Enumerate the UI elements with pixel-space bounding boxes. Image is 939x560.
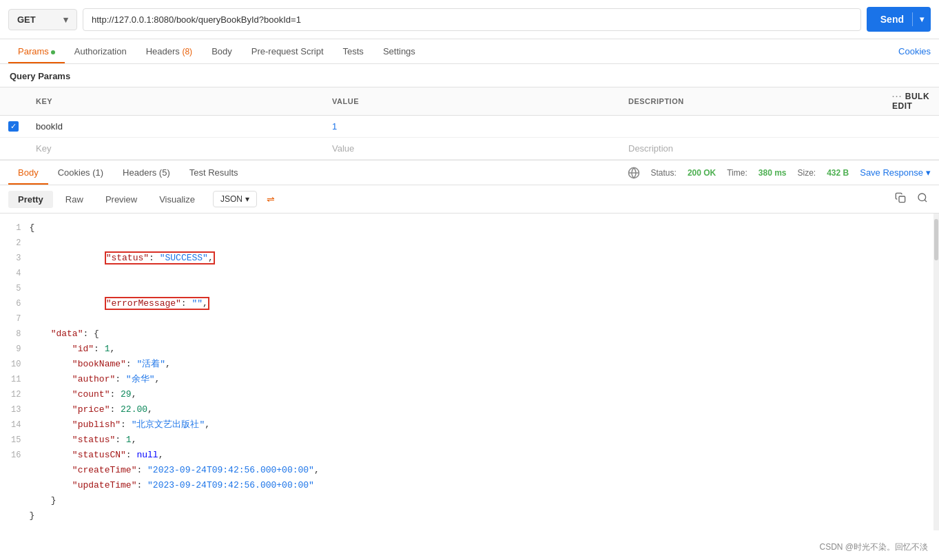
size-value: 432 B bbox=[827, 168, 849, 178]
query-params-section: Query Params KEY VALUE DESCRIPTION ··· B… bbox=[0, 64, 939, 160]
vertical-scrollbar[interactable] bbox=[933, 214, 939, 530]
format-select[interactable]: JSON ▾ bbox=[213, 191, 257, 207]
query-params-title: Query Params bbox=[0, 64, 939, 87]
code-line-4: "data": { bbox=[29, 326, 925, 342]
url-input[interactable] bbox=[83, 8, 861, 31]
code-viewer-container: 1 2 3 4 5 6 7 8 9 10 11 12 13 14 15 16 { bbox=[0, 214, 939, 530]
code-line-2: "status": "SUCCESS", bbox=[29, 236, 925, 281]
tab-params[interactable]: Params bbox=[8, 39, 65, 63]
col-header-checkbox bbox=[0, 87, 28, 116]
response-tab-body[interactable]: Body bbox=[8, 160, 48, 185]
table-row-empty: Key Value Description bbox=[0, 138, 939, 160]
wrap-icon[interactable]: ⇌ bbox=[264, 191, 278, 207]
param-desc-placeholder[interactable]: Description bbox=[628, 143, 673, 154]
code-line-12: "statusCN": null, bbox=[29, 448, 925, 463]
search-icon[interactable] bbox=[914, 189, 931, 209]
params-table: KEY VALUE DESCRIPTION ··· Bulk Edit ✓ bo… bbox=[0, 87, 939, 160]
send-button[interactable]: Send ▾ bbox=[867, 7, 931, 32]
tab-settings[interactable]: Settings bbox=[373, 39, 425, 63]
svg-point-3 bbox=[918, 194, 926, 201]
code-line-8: "count": 29, bbox=[29, 387, 925, 402]
size-label: Size: bbox=[798, 168, 816, 178]
url-bar: GET ▾ Send ▾ bbox=[0, 0, 939, 39]
code-line-6: "bookName": "活着", bbox=[29, 357, 925, 372]
code-line-3: "errorMessage": "", bbox=[29, 281, 925, 326]
more-options-icon[interactable]: ··· bbox=[892, 92, 902, 101]
col-header-description: DESCRIPTION bbox=[620, 87, 884, 116]
col-header-value: VALUE bbox=[324, 87, 620, 116]
status-label: Status: bbox=[651, 168, 677, 178]
line-numbers: 1 2 3 4 5 6 7 8 9 10 11 12 13 14 15 16 bbox=[0, 220, 29, 523]
code-line-7: "author": "余华", bbox=[29, 372, 925, 387]
code-line-16: } bbox=[29, 508, 925, 523]
format-tab-visualize[interactable]: Visualize bbox=[149, 191, 205, 208]
code-line-9: "price": 22.00, bbox=[29, 402, 925, 417]
scrollbar-thumb[interactable] bbox=[934, 219, 938, 260]
method-select[interactable]: GET ▾ bbox=[8, 9, 77, 30]
tab-tests[interactable]: Tests bbox=[333, 39, 373, 63]
response-status-bar: Status: 200 OK Time: 380 ms Size: 432 B … bbox=[628, 167, 931, 179]
format-tab-pretty[interactable]: Pretty bbox=[8, 191, 53, 208]
response-tab-test-results[interactable]: Test Results bbox=[180, 160, 248, 185]
tab-headers[interactable]: Headers (8) bbox=[136, 39, 202, 63]
param-key[interactable]: bookId bbox=[36, 121, 63, 132]
request-tabs: Params Authorization Headers (8) Body Pr… bbox=[0, 39, 939, 64]
response-tabs-row: Body Cookies (1) Headers (5) Test Result… bbox=[0, 160, 939, 185]
table-row: ✓ bookId 1 bbox=[0, 116, 939, 138]
param-value[interactable]: 1 bbox=[332, 121, 337, 132]
highlight-region: "status": "SUCCESS", bbox=[105, 251, 215, 265]
col-header-actions: ··· Bulk Edit bbox=[884, 87, 939, 116]
response-tab-cookies[interactable]: Cookies (1) bbox=[48, 160, 113, 185]
highlight-region-2: "errorMessage": "", bbox=[105, 297, 209, 310]
watermark: CSDN @时光不染。回忆不淡 bbox=[819, 541, 928, 553]
time-value: 380 ms bbox=[759, 168, 787, 178]
param-key-placeholder[interactable]: Key bbox=[36, 143, 51, 154]
send-button-label: Send bbox=[880, 14, 912, 25]
method-label: GET bbox=[17, 14, 36, 25]
globe-icon bbox=[628, 167, 640, 179]
body-format-tabs: Pretty Raw Preview Visualize JSON ▾ ⇌ bbox=[0, 185, 939, 214]
code-line-5: "id": 1, bbox=[29, 342, 925, 357]
tab-body[interactable]: Body bbox=[202, 39, 242, 63]
code-line-10: "publish": "北京文艺出版社", bbox=[29, 417, 925, 433]
format-tab-raw[interactable]: Raw bbox=[56, 191, 93, 208]
tab-prerequest[interactable]: Pre-request Script bbox=[242, 39, 333, 63]
body-actions bbox=[892, 189, 931, 209]
param-value-placeholder[interactable]: Value bbox=[332, 143, 354, 154]
save-response-button[interactable]: Save Response ▾ bbox=[860, 167, 931, 178]
params-dot bbox=[51, 50, 55, 54]
headers-badge: (8) bbox=[182, 47, 192, 56]
send-dropdown-icon[interactable]: ▾ bbox=[913, 14, 931, 24]
response-tab-headers[interactable]: Headers (5) bbox=[113, 160, 180, 185]
row-checkbox[interactable]: ✓ bbox=[8, 121, 19, 132]
svg-rect-2 bbox=[899, 196, 905, 203]
code-line-14: "updateTime": "2023-09-24T09:42:56.000+0… bbox=[29, 478, 925, 493]
format-tab-preview[interactable]: Preview bbox=[96, 191, 147, 208]
response-section: Body Cookies (1) Headers (5) Test Result… bbox=[0, 160, 939, 530]
method-chevron-icon: ▾ bbox=[63, 14, 68, 25]
code-content: { "status": "SUCCESS", "errorMessage": "… bbox=[29, 220, 939, 523]
time-label: Time: bbox=[727, 168, 747, 178]
status-value: 200 OK bbox=[688, 168, 716, 178]
code-line-1: { bbox=[29, 220, 925, 236]
format-dropdown-icon: ▾ bbox=[245, 194, 249, 204]
copy-icon[interactable] bbox=[892, 189, 909, 209]
code-viewer: 1 2 3 4 5 6 7 8 9 10 11 12 13 14 15 16 { bbox=[0, 214, 939, 530]
code-line-15: } bbox=[29, 493, 925, 508]
col-header-key: KEY bbox=[28, 87, 324, 116]
save-response-dropdown-icon[interactable]: ▾ bbox=[926, 167, 931, 178]
code-line-13: "createTime": "2023-09-24T09:42:56.000+0… bbox=[29, 463, 925, 478]
svg-line-4 bbox=[925, 200, 927, 202]
code-line-11: "status": 1, bbox=[29, 433, 925, 448]
cookies-link[interactable]: Cookies bbox=[898, 46, 931, 56]
tab-authorization[interactable]: Authorization bbox=[65, 39, 136, 63]
